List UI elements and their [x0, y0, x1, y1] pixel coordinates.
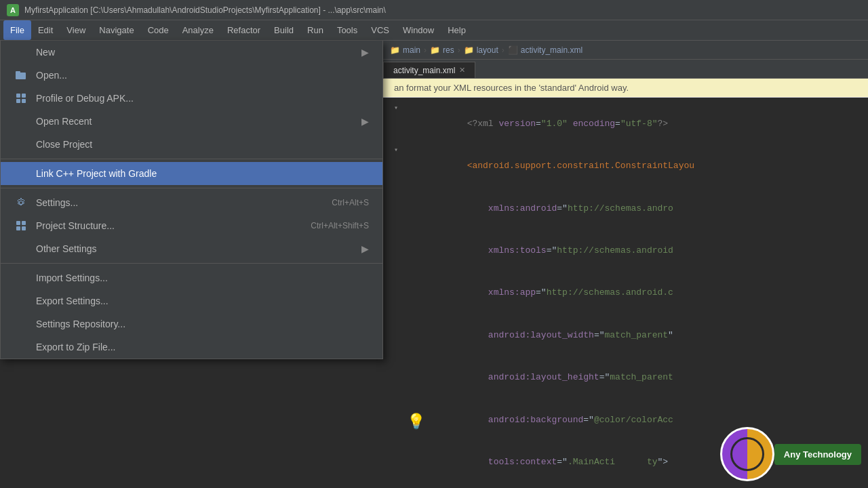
menu-run[interactable]: Run	[300, 20, 330, 40]
title-bar-text: MyfirstApplication [C:\Users\Ahmadullah\…	[24, 5, 386, 15]
divider-3	[1, 263, 382, 264]
project-structure-shortcut: Ctrl+Alt+Shift+S	[311, 221, 369, 230]
file-dropdown-menu: New ▶ Open... Profile or Debug APK... Op…	[0, 41, 383, 359]
menu-item-close-project[interactable]: Close Project	[1, 133, 382, 156]
svg-rect-9	[22, 226, 26, 230]
menu-tools[interactable]: Tools	[330, 20, 364, 40]
code-line-6: android:layout_width="match_parent"	[383, 314, 868, 357]
menu-item-import-settings[interactable]: Import Settings...	[1, 266, 382, 289]
menu-navigate[interactable]: Navigate	[92, 20, 140, 40]
other-settings-icon	[14, 242, 28, 256]
tab-close-button[interactable]: ✕	[459, 66, 465, 74]
menu-build[interactable]: Build	[267, 20, 300, 40]
divider-1	[1, 159, 382, 159]
menu-item-other-settings[interactable]: Other Settings ▶	[1, 237, 382, 260]
folder-icon-res: 📁	[430, 45, 440, 55]
tab-label: activity_main.xml	[393, 66, 455, 75]
menu-refactor[interactable]: Refactor	[220, 20, 267, 40]
code-line-3: xmlns:android="http://schemas.andro	[383, 188, 868, 230]
svg-rect-4	[16, 99, 20, 103]
tabs-bar: activity_main.xml ✕	[383, 60, 868, 79]
recent-icon	[14, 115, 28, 128]
settings-shortcut: Ctrl+Alt+S	[332, 198, 369, 207]
menu-item-link-cpp[interactable]: Link C++ Project with Gradle	[1, 162, 382, 185]
menu-edit[interactable]: Edit	[31, 20, 60, 40]
editor-area: 📁 main › 📁 res › 📁 layout › ⬛ activity_m…	[383, 41, 868, 488]
menu-item-settings-repo[interactable]: Settings Repository...	[1, 312, 382, 336]
new-icon	[14, 45, 28, 59]
svg-rect-7	[22, 221, 26, 225]
breadcrumb-layout[interactable]: 📁 layout	[464, 45, 498, 55]
menu-item-profile-debug[interactable]: Profile or Debug APK...	[1, 87, 382, 110]
profile-icon	[14, 92, 28, 105]
menu-item-new[interactable]: New ▶	[1, 41, 382, 64]
lightbulb-icon[interactable]: 💡	[407, 413, 425, 430]
code-line-1: ▾ <?xml version="1.0" encoding="utf-8"?>	[383, 103, 868, 145]
code-text-2: <android.support.constraint.ConstraintLa…	[403, 145, 863, 187]
separator-3: ›	[502, 45, 505, 55]
arrow-icon-other: ▶	[361, 243, 369, 254]
notification-text: an format your XML resources in the 'sta…	[394, 83, 629, 93]
folder-icon-main: 📁	[390, 45, 400, 55]
breadcrumb-res[interactable]: 📁 res	[430, 45, 454, 55]
breadcrumb-activity-main[interactable]: ⬛ activity_main.xml	[508, 45, 583, 55]
menu-window[interactable]: Window	[396, 20, 441, 40]
code-text-1: <?xml version="1.0" encoding="utf-8"?>	[403, 103, 863, 145]
main-area: New ▶ Open... Profile or Debug APK... Op…	[0, 41, 868, 488]
project-structure-icon	[14, 219, 28, 232]
separator-1: ›	[424, 45, 427, 55]
menu-view[interactable]: View	[60, 20, 92, 40]
tab-activity-main-xml[interactable]: activity_main.xml ✕	[383, 62, 475, 78]
svg-rect-5	[22, 99, 26, 103]
svg-rect-6	[16, 221, 20, 225]
logo-banner-text: Any Technology	[784, 449, 852, 460]
divider-2	[1, 188, 382, 188]
code-line-7: android:layout_height="match_parent	[383, 357, 868, 399]
code-line-2: ▾ <android.support.constraint.Constraint…	[383, 145, 868, 187]
menu-bar: File Edit View Navigate Code Analyze Ref…	[0, 20, 868, 41]
arrow-icon-recent: ▶	[361, 116, 369, 127]
logo-inner	[730, 437, 764, 471]
menu-item-settings[interactable]: Settings... Ctrl+Alt+S	[1, 191, 382, 214]
logo-banner: Any Technology	[774, 444, 861, 465]
code-text-5: xmlns:app="http://schemas.android.c	[403, 272, 863, 314]
svg-rect-2	[16, 94, 20, 98]
logo-overlay: Any Technology	[720, 427, 861, 481]
menu-vcs[interactable]: VCS	[364, 20, 396, 40]
code-line-4: xmlns:tools="http://schemas.android	[383, 230, 868, 272]
menu-item-project-structure[interactable]: Project Structure... Ctrl+Alt+Shift+S	[1, 214, 382, 237]
gutter-2: ▾	[389, 145, 403, 156]
code-line-5: xmlns:app="http://schemas.android.c	[383, 272, 868, 314]
breadcrumb: 📁 main › 📁 res › 📁 layout › ⬛ activity_m…	[383, 41, 868, 60]
app-icon: A	[7, 4, 19, 16]
gutter-1: ▾	[389, 103, 403, 114]
title-bar: A MyfirstApplication [C:\Users\Ahmadulla…	[0, 0, 868, 20]
xml-icon: ⬛	[508, 45, 518, 55]
menu-item-open[interactable]: Open...	[1, 64, 382, 87]
menu-item-open-recent[interactable]: Open Recent ▶	[1, 110, 382, 133]
svg-rect-3	[22, 94, 26, 98]
arrow-icon: ▶	[361, 47, 369, 58]
logo-circle	[720, 427, 774, 481]
repo-icon	[14, 317, 28, 331]
separator-2: ›	[458, 45, 460, 55]
svg-rect-8	[16, 226, 20, 230]
folder-icon	[14, 68, 28, 82]
import-icon	[14, 271, 28, 285]
menu-item-export-settings[interactable]: Export Settings...	[1, 289, 382, 312]
menu-help[interactable]: Help	[441, 20, 473, 40]
link-cpp-icon	[14, 167, 28, 180]
close-project-icon	[14, 138, 28, 151]
code-text-4: xmlns:tools="http://schemas.android	[403, 230, 863, 272]
menu-analyze[interactable]: Analyze	[176, 20, 220, 40]
code-text-7: android:layout_height="match_parent	[403, 357, 863, 399]
menu-file[interactable]: File	[3, 20, 31, 40]
code-text-3: xmlns:android="http://schemas.andro	[403, 188, 863, 230]
notification-bar: an format your XML resources in the 'sta…	[383, 79, 868, 98]
menu-item-export-zip[interactable]: Export to Zip File...	[1, 336, 382, 359]
breadcrumb-main[interactable]: 📁 main	[390, 45, 420, 55]
code-text-6: android:layout_width="match_parent"	[403, 314, 863, 357]
menu-code[interactable]: Code	[141, 20, 176, 40]
svg-rect-1	[16, 71, 20, 74]
export-icon	[14, 294, 28, 308]
